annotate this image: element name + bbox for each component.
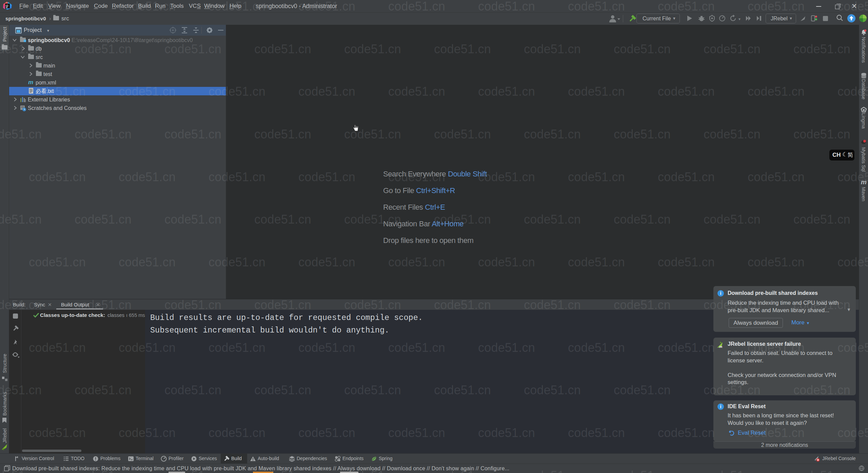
svg-text:IJ: IJ xyxy=(6,4,8,7)
svg-text:JR: JR xyxy=(719,345,722,348)
